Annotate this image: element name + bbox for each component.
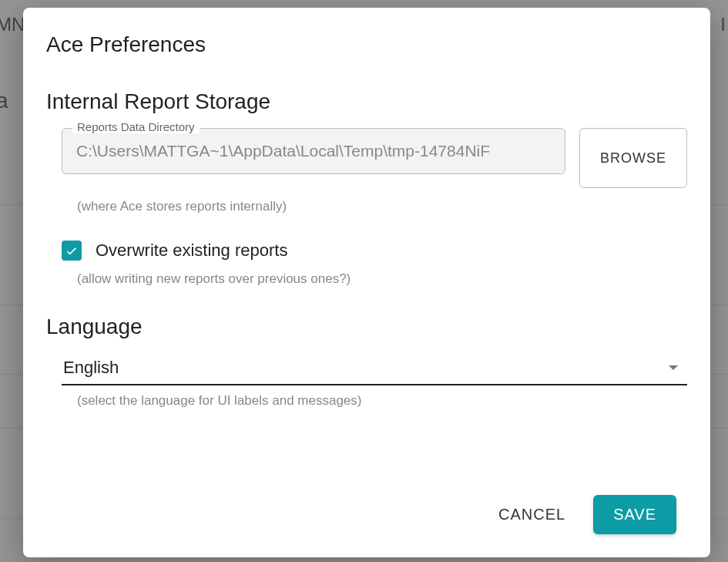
overwrite-helper: (allow writing new reports over previous…	[46, 271, 687, 287]
reports-directory-helper: (where Ace stores reports internally)	[46, 199, 687, 214]
language-selected-value: English	[63, 358, 119, 378]
reports-directory-input[interactable]: C:\Users\MATTGA~1\AppData\Local\Temp\tmp…	[62, 128, 565, 174]
storage-heading: Internal Report Storage	[46, 89, 687, 114]
chevron-down-icon	[669, 365, 678, 370]
language-heading: Language	[46, 315, 687, 339]
save-button[interactable]: SAVE	[593, 495, 676, 534]
language-select[interactable]: English	[62, 353, 687, 385]
browse-button[interactable]: BROWSE	[579, 128, 687, 188]
cancel-button[interactable]: CANCEL	[492, 496, 572, 533]
reports-directory-field: Reports Data Directory C:\Users\MATTGA~1…	[62, 128, 565, 174]
reports-directory-label: Reports Data Directory	[72, 120, 200, 133]
check-icon	[65, 244, 79, 257]
preferences-dialog: Ace Preferences Internal Report Storage …	[23, 8, 710, 557]
language-helper: (select the language for UI labels and m…	[46, 393, 687, 409]
dialog-actions: CANCEL SAVE	[46, 472, 687, 542]
overwrite-checkbox[interactable]	[62, 241, 82, 261]
dialog-title: Ace Preferences	[46, 32, 687, 57]
overwrite-label: Overwrite existing reports	[96, 241, 287, 261]
